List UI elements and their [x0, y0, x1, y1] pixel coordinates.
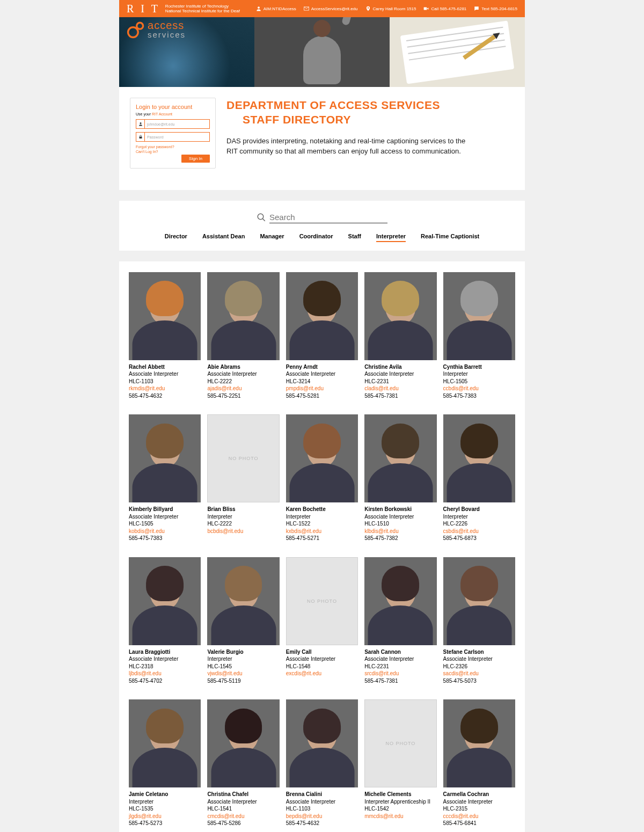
staff-email[interactable]: kobdis@rit.edu	[129, 528, 201, 535]
staff-title: Associate Interpreter	[364, 370, 436, 378]
staff-room: HLC-1541	[207, 805, 279, 813]
staff-photo	[286, 414, 358, 502]
staff-name: Jamie Celetano	[129, 791, 201, 798]
staff-email[interactable]: csbdis@rit.edu	[443, 528, 515, 535]
staff-photo	[207, 699, 279, 787]
staff-email[interactable]: vjwdis@rit.edu	[207, 670, 279, 677]
staff-email[interactable]: rkmdis@rit.edu	[129, 385, 201, 392]
user-icon	[136, 120, 145, 128]
staff-title: Associate Interpreter	[207, 798, 279, 806]
filter-tabs: Director Assistant Dean Manager Coordina…	[130, 233, 514, 242]
staff-email[interactable]: cmcdis@rit.edu	[207, 813, 279, 820]
staff-phone: 585-475-2251	[207, 392, 279, 400]
staff-card: NO PHOTOBrian BlissInterpreterHLC-2222bc…	[207, 414, 279, 542]
staff-name: Valerie Burgio	[207, 648, 279, 656]
staff-card: Carmella CochranAssociate InterpreterHLC…	[443, 699, 515, 827]
staff-email[interactable]: pmpdis@rit.edu	[286, 385, 358, 392]
hero-image-notepad	[390, 17, 525, 87]
forgot-password-link[interactable]: Forgot your password?	[136, 145, 210, 149]
staff-title: Associate Interpreter	[207, 370, 279, 378]
staff-phone: 585-475-7383	[443, 392, 515, 400]
logo-circles-icon	[127, 20, 145, 39]
staff-email[interactable]: excdis@rit.edu	[286, 670, 358, 677]
staff-title: Associate Interpreter	[286, 370, 358, 378]
staff-email[interactable]: mmcdis@rit.edu	[364, 813, 436, 820]
staff-card: Abie AbramsAssociate InterpreterHLC-2222…	[207, 272, 279, 399]
staff-room: HLC-1542	[364, 805, 436, 813]
username-input[interactable]: johndoe@rit.edu	[136, 119, 210, 129]
staff-card: Jamie CeletanoInterpreterHLC-1535jlgdis@…	[129, 699, 201, 827]
tab-staff[interactable]: Staff	[348, 233, 361, 242]
staff-name: Cheryl Bovard	[443, 506, 515, 513]
sign-in-button[interactable]: Sign In	[181, 155, 210, 163]
staff-photo	[207, 557, 279, 645]
tab-director[interactable]: Director	[165, 233, 187, 242]
staff-name: Kimberly Billyard	[129, 506, 201, 513]
email-link[interactable]: AccessServices@rit.edu	[304, 6, 358, 11]
staff-phone: 585-475-4702	[129, 677, 201, 685]
tab-assistant-dean[interactable]: Assistant Dean	[202, 233, 245, 242]
login-box: Login to your account Use your RIT Accou…	[130, 98, 216, 169]
staff-phone: 585-475-5286	[207, 820, 279, 827]
staff-phone: 585-475-7381	[364, 392, 436, 400]
call-link[interactable]: Call 585-475-6281	[423, 6, 466, 11]
access-services-logo: access services	[127, 20, 186, 39]
staff-email[interactable]: klbdis@rit.edu	[364, 528, 436, 535]
no-photo-placeholder: NO PHOTO	[364, 699, 436, 787]
hero-image-signer	[254, 17, 390, 87]
staff-email[interactable]: srcdis@rit.edu	[364, 670, 436, 677]
staff-email[interactable]: cladis@rit.edu	[364, 385, 436, 392]
password-input[interactable]: Password	[136, 132, 210, 142]
tab-manager[interactable]: Manager	[260, 233, 284, 242]
staff-card: Sarah CannonAssociate InterpreterHLC-223…	[364, 557, 436, 684]
staff-room: HLC-1505	[129, 520, 201, 528]
page-title: DEPARTMENT OF ACCESS SERVICES STAFF DIRE…	[226, 98, 493, 127]
staff-name: Carmella Cochran	[443, 791, 515, 798]
search-input[interactable]	[269, 211, 387, 223]
staff-email[interactable]: bcbdis@rit.edu	[207, 528, 279, 535]
staff-email[interactable]: sacdis@rit.edu	[443, 670, 515, 677]
staff-card: Rachel AbbettAssociate InterpreterHLC-11…	[129, 272, 201, 399]
svg-rect-6	[139, 137, 142, 139]
no-photo-placeholder: NO PHOTO	[207, 414, 279, 502]
staff-name: Michelle Clements	[364, 791, 436, 798]
staff-room: HLC-3214	[286, 378, 358, 385]
location-link[interactable]: Carey Hall Room 1515	[365, 6, 416, 11]
staff-email[interactable]: ccbdis@rit.edu	[443, 385, 515, 392]
tab-coordinator[interactable]: Coordinator	[299, 233, 333, 242]
staff-name: Karen Bochette	[286, 506, 358, 513]
staff-room: HLC-2231	[364, 378, 436, 385]
staff-title: Interpreter	[286, 513, 358, 521]
staff-card: Christine AvilaAssociate InterpreterHLC-…	[364, 272, 436, 399]
staff-title: Associate Interpreter	[129, 370, 201, 378]
aim-link[interactable]: AIM:NTIDAccess	[256, 6, 296, 11]
text-link[interactable]: Text 585-204-6815	[474, 6, 517, 11]
staff-email[interactable]: ajadis@rit.edu	[207, 385, 279, 392]
staff-photo	[364, 272, 436, 360]
staff-name: Penny Arndt	[286, 363, 358, 371]
intro-paragraph: DAS provides interpreting, notetaking an…	[226, 136, 473, 157]
tab-interpreter[interactable]: Interpreter	[376, 233, 406, 242]
staff-photo	[129, 414, 201, 502]
lock-icon	[136, 133, 145, 141]
rit-logo-text: R I T	[127, 3, 160, 15]
staff-email[interactable]: kxbdis@rit.edu	[286, 528, 358, 535]
staff-photo	[286, 699, 358, 787]
staff-email[interactable]: cccdis@rit.edu	[443, 813, 515, 820]
svg-rect-2	[424, 8, 427, 10]
staff-photo	[207, 272, 279, 360]
svg-point-4	[137, 23, 143, 29]
tab-real-time-captionist[interactable]: Real-Time Captionist	[421, 233, 479, 242]
cant-login-link[interactable]: Can't Log In?	[136, 150, 210, 154]
staff-name: Cynthia Barrett	[443, 363, 515, 371]
staff-email[interactable]: ljbdis@rit.edu	[129, 670, 201, 677]
staff-grid-block: Rachel AbbettAssociate InterpreterHLC-11…	[119, 261, 525, 832]
staff-room: HLC-2222	[207, 520, 279, 528]
rit-account-link[interactable]: RIT Account	[152, 112, 172, 116]
staff-email[interactable]: bepdis@rit.edu	[286, 813, 358, 820]
staff-email[interactable]: jlgdis@rit.edu	[129, 813, 201, 820]
staff-room: HLC-1535	[129, 805, 201, 813]
staff-card: Karen BochetteInterpreterHLC-1522kxbdis@…	[286, 414, 358, 542]
staff-phone: 585-475-5073	[443, 677, 515, 685]
staff-title: Associate Interpreter	[364, 655, 436, 663]
